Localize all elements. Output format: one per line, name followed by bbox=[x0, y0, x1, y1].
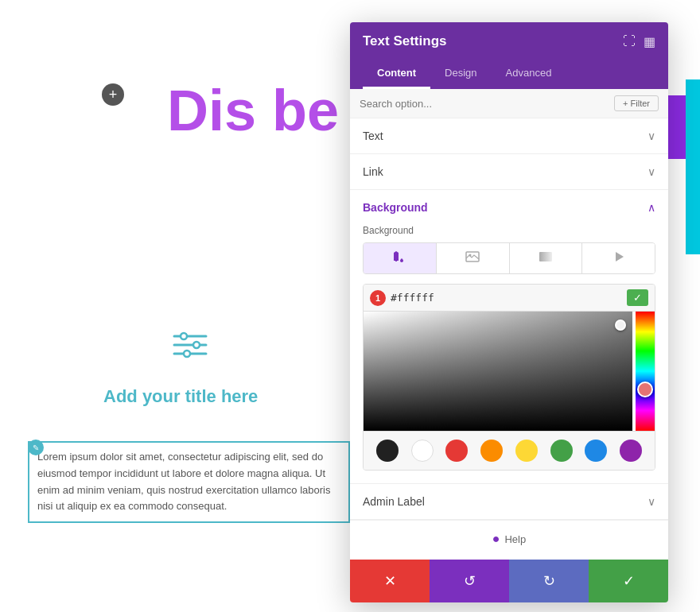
pencil-icon: ✎ bbox=[33, 444, 39, 452]
save-button[interactable]: ✓ bbox=[589, 560, 668, 602]
svg-marker-9 bbox=[616, 252, 624, 261]
swatch-purple[interactable] bbox=[620, 440, 642, 462]
bg-type-image-button[interactable] bbox=[437, 243, 510, 273]
admin-label-section-label: Admin Label bbox=[363, 495, 425, 508]
link-section-label: Link bbox=[363, 165, 383, 178]
background-chevron-up-icon: ∧ bbox=[648, 201, 655, 214]
canvas-module-title: Add your title here bbox=[103, 386, 258, 407]
canvas-heading: Dis be bbox=[167, 79, 339, 142]
hex-input-row: 1 ✓ bbox=[364, 285, 655, 312]
help-row: ● Help bbox=[350, 520, 668, 557]
color-swatches-row bbox=[364, 431, 655, 470]
redo-button[interactable]: ↻ bbox=[509, 560, 589, 602]
swatch-green[interactable] bbox=[550, 440, 573, 462]
settings-icon-canvas bbox=[171, 330, 209, 366]
fullscreen-icon[interactable]: ⛶ bbox=[623, 34, 636, 49]
background-section: Background ∧ Background bbox=[350, 190, 668, 484]
swatch-black[interactable] bbox=[376, 440, 399, 462]
panel-tabs: Content Design Advanced bbox=[363, 59, 655, 89]
svg-point-5 bbox=[184, 351, 190, 357]
text-settings-panel: Text Settings ⛶ ▦ Content Design Advance… bbox=[350, 22, 668, 602]
swatch-orange[interactable] bbox=[480, 440, 503, 462]
help-label[interactable]: Help bbox=[504, 533, 526, 545]
help-icon: ● bbox=[492, 532, 500, 546]
panel-title: Text Settings bbox=[363, 33, 446, 49]
link-section: Link ∨ bbox=[350, 154, 668, 190]
search-row: + Filter bbox=[350, 89, 668, 118]
svg-rect-8 bbox=[539, 252, 552, 261]
hex-input[interactable] bbox=[391, 292, 622, 304]
admin-label-section: Admin Label ∨ bbox=[350, 484, 668, 520]
edit-indicator: ✎ bbox=[28, 440, 44, 455]
gradient-picker-area[interactable] bbox=[364, 312, 655, 431]
hex-confirm-button[interactable]: ✓ bbox=[627, 289, 648, 306]
tab-advanced[interactable]: Advanced bbox=[492, 59, 566, 89]
hue-slider[interactable] bbox=[636, 312, 655, 431]
bg-type-gradient-button[interactable] bbox=[510, 243, 583, 273]
image-icon bbox=[465, 250, 480, 264]
svg-point-3 bbox=[193, 342, 200, 348]
action-bar: ✕ ↺ ↻ ✓ bbox=[350, 560, 668, 602]
background-section-content: Background bbox=[350, 225, 668, 483]
lorem-text-module: Lorem ipsum dolor sit amet, consectetur … bbox=[28, 441, 350, 523]
hue-slider-handle[interactable] bbox=[637, 382, 653, 397]
teal-accent-bar bbox=[686, 79, 700, 254]
swatch-blue[interactable] bbox=[585, 440, 607, 462]
swatch-red[interactable] bbox=[445, 440, 468, 462]
purple-accent-bar bbox=[668, 95, 686, 159]
admin-label-chevron-down-icon: ∨ bbox=[648, 495, 655, 508]
panel-body: + Filter Text ∨ Link ∨ Background ∧ bbox=[350, 89, 668, 560]
text-chevron-down-icon: ∨ bbox=[648, 130, 655, 142]
add-element-button[interactable]: + bbox=[102, 83, 124, 106]
tab-content[interactable]: Content bbox=[363, 59, 430, 89]
panel-header: Text Settings ⛶ ▦ Content Design Advance… bbox=[350, 22, 668, 89]
text-section: Text ∨ bbox=[350, 118, 668, 154]
background-sublabel: Background bbox=[363, 225, 655, 236]
filter-button[interactable]: + Filter bbox=[614, 95, 659, 111]
svg-point-1 bbox=[181, 333, 187, 339]
search-input[interactable] bbox=[360, 98, 614, 110]
text-section-label: Text bbox=[363, 130, 383, 142]
undo-button[interactable]: ↺ bbox=[430, 560, 509, 602]
video-icon bbox=[612, 250, 626, 264]
bg-type-video-button[interactable] bbox=[582, 243, 655, 273]
color-badge: 1 bbox=[370, 290, 386, 306]
background-type-row bbox=[363, 242, 655, 274]
text-accordion-header[interactable]: Text ∨ bbox=[350, 118, 668, 153]
paint-bucket-icon bbox=[392, 250, 406, 264]
bg-type-color-button[interactable] bbox=[364, 243, 437, 273]
admin-label-accordion-header[interactable]: Admin Label ∨ bbox=[350, 484, 668, 519]
swatch-white[interactable] bbox=[411, 440, 434, 462]
color-picker-handle[interactable] bbox=[615, 320, 626, 331]
gradient-icon bbox=[539, 250, 553, 264]
columns-icon[interactable]: ▦ bbox=[644, 34, 655, 49]
swatch-yellow[interactable] bbox=[515, 440, 538, 462]
plus-icon: + bbox=[109, 87, 118, 103]
panel-header-icons: ⛶ ▦ bbox=[623, 34, 655, 49]
cancel-button[interactable]: ✕ bbox=[350, 560, 430, 602]
tab-design[interactable]: Design bbox=[430, 59, 491, 89]
link-accordion-header[interactable]: Link ∨ bbox=[350, 154, 668, 189]
color-picker: 1 ✓ bbox=[363, 284, 655, 471]
panel-title-row: Text Settings ⛶ ▦ bbox=[363, 33, 655, 49]
background-accordion-header[interactable]: Background ∧ bbox=[350, 190, 668, 225]
link-chevron-down-icon: ∨ bbox=[648, 165, 655, 178]
color-gradient-field[interactable] bbox=[364, 312, 632, 431]
background-section-label: Background bbox=[363, 201, 428, 214]
